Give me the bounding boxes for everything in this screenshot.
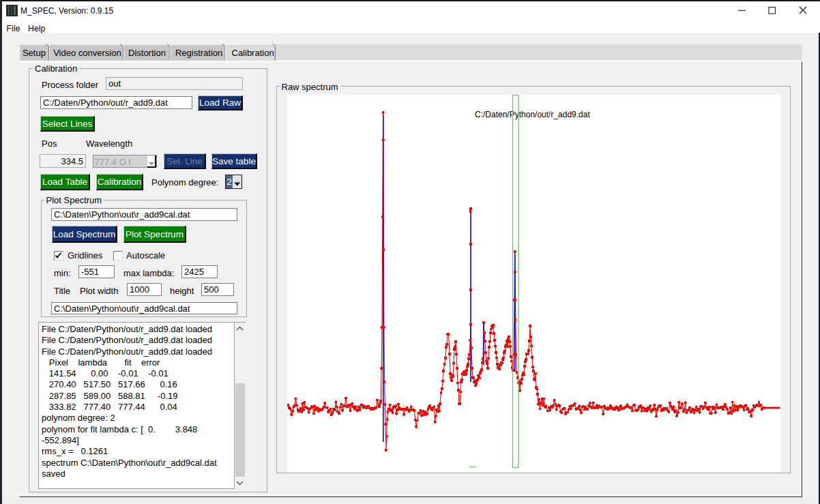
svg-text:Setup: Setup (23, 48, 46, 58)
svg-text:Registration: Registration (175, 48, 222, 58)
svg-text:Calibration: Calibration (232, 48, 274, 58)
svg-text:Distortion: Distortion (128, 48, 166, 58)
svg-text:C:/Daten/Python/out/r_add9.dat: C:/Daten/Python/out/r_add9.dat (475, 110, 590, 119)
svg-text:Video conversion: Video conversion (53, 48, 121, 58)
